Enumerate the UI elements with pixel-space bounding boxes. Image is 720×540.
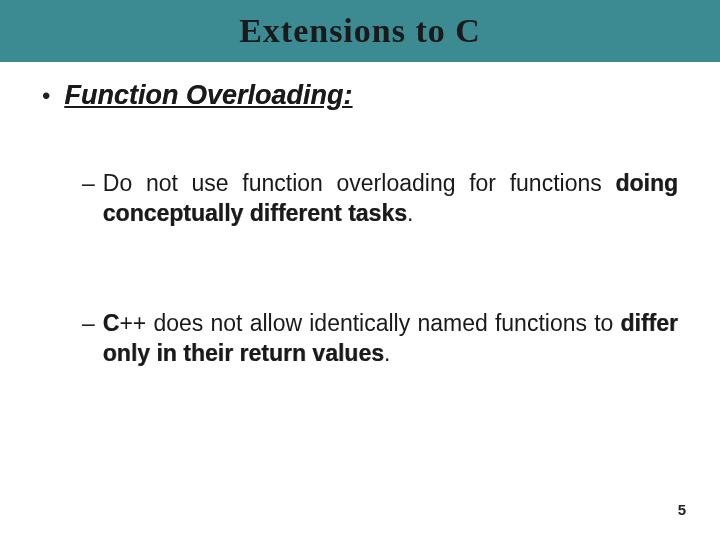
sub-bullet-list: – Do not use function overloading for fu…	[42, 168, 678, 368]
body-line-1: Do not use function overloading for func…	[103, 168, 678, 228]
dash-icon: –	[82, 168, 95, 198]
sub-bullet-item: – Do not use function overloading for fu…	[82, 168, 678, 228]
page-number: 5	[678, 501, 686, 518]
text-pre: Do not use function overloading for func…	[103, 170, 616, 196]
text-pre: ++ does not allow identically named func…	[119, 310, 620, 336]
slide-content: • Function Overloading: – Do not use fun…	[0, 62, 720, 368]
text-prebold: C	[103, 310, 120, 336]
bullet-icon: •	[42, 80, 50, 112]
title-bar: Extensions to C	[0, 0, 720, 62]
section-heading: Function Overloading:	[64, 80, 352, 111]
text-post: .	[407, 200, 413, 226]
body-line-2: C++ does not allow identically named fun…	[103, 308, 678, 368]
dash-icon: –	[82, 308, 95, 338]
bullet-heading-row: • Function Overloading:	[42, 80, 678, 112]
sub-bullet-item: – C++ does not allow identically named f…	[82, 308, 678, 368]
text-post: .	[384, 340, 390, 366]
slide-title: Extensions to C	[239, 12, 481, 50]
